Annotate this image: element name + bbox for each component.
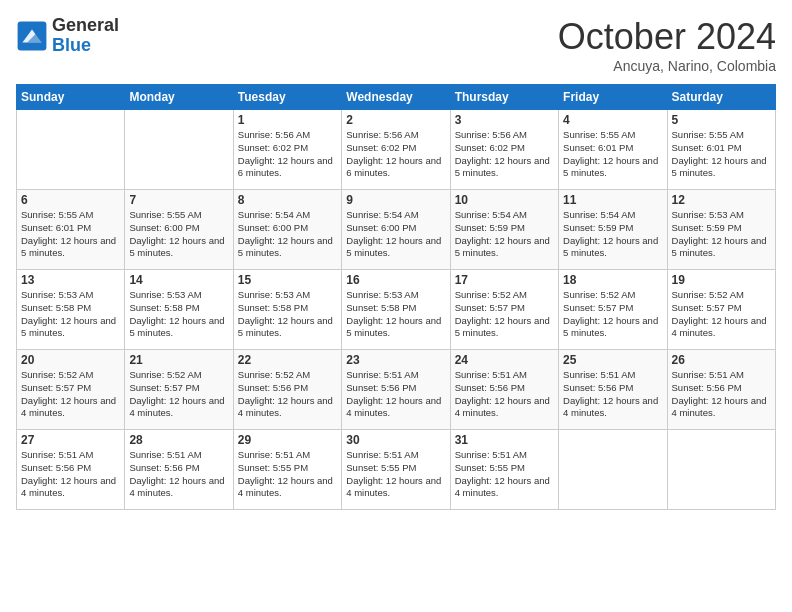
day-number: 31 bbox=[455, 433, 554, 447]
day-info: Sunrise: 5:56 AM Sunset: 6:02 PM Dayligh… bbox=[346, 129, 445, 180]
day-info: Sunrise: 5:56 AM Sunset: 6:02 PM Dayligh… bbox=[455, 129, 554, 180]
calendar-cell: 25Sunrise: 5:51 AM Sunset: 5:56 PM Dayli… bbox=[559, 350, 667, 430]
calendar-week-4: 20Sunrise: 5:52 AM Sunset: 5:57 PM Dayli… bbox=[17, 350, 776, 430]
calendar-cell: 30Sunrise: 5:51 AM Sunset: 5:55 PM Dayli… bbox=[342, 430, 450, 510]
calendar-cell: 15Sunrise: 5:53 AM Sunset: 5:58 PM Dayli… bbox=[233, 270, 341, 350]
day-number: 18 bbox=[563, 273, 662, 287]
weekday-header-friday: Friday bbox=[559, 85, 667, 110]
calendar-table: SundayMondayTuesdayWednesdayThursdayFrid… bbox=[16, 84, 776, 510]
month-title: October 2024 bbox=[558, 16, 776, 58]
day-number: 4 bbox=[563, 113, 662, 127]
weekday-header-sunday: Sunday bbox=[17, 85, 125, 110]
day-number: 12 bbox=[672, 193, 771, 207]
day-number: 29 bbox=[238, 433, 337, 447]
day-number: 17 bbox=[455, 273, 554, 287]
calendar-cell: 20Sunrise: 5:52 AM Sunset: 5:57 PM Dayli… bbox=[17, 350, 125, 430]
day-number: 8 bbox=[238, 193, 337, 207]
day-info: Sunrise: 5:53 AM Sunset: 5:58 PM Dayligh… bbox=[129, 289, 228, 340]
day-number: 14 bbox=[129, 273, 228, 287]
calendar-header: SundayMondayTuesdayWednesdayThursdayFrid… bbox=[17, 85, 776, 110]
day-number: 7 bbox=[129, 193, 228, 207]
calendar-cell: 27Sunrise: 5:51 AM Sunset: 5:56 PM Dayli… bbox=[17, 430, 125, 510]
day-info: Sunrise: 5:54 AM Sunset: 5:59 PM Dayligh… bbox=[563, 209, 662, 260]
calendar-week-5: 27Sunrise: 5:51 AM Sunset: 5:56 PM Dayli… bbox=[17, 430, 776, 510]
weekday-header-monday: Monday bbox=[125, 85, 233, 110]
calendar-cell: 3Sunrise: 5:56 AM Sunset: 6:02 PM Daylig… bbox=[450, 110, 558, 190]
calendar-cell: 28Sunrise: 5:51 AM Sunset: 5:56 PM Dayli… bbox=[125, 430, 233, 510]
day-info: Sunrise: 5:52 AM Sunset: 5:57 PM Dayligh… bbox=[672, 289, 771, 340]
calendar-cell: 7Sunrise: 5:55 AM Sunset: 6:00 PM Daylig… bbox=[125, 190, 233, 270]
calendar-cell: 2Sunrise: 5:56 AM Sunset: 6:02 PM Daylig… bbox=[342, 110, 450, 190]
day-number: 1 bbox=[238, 113, 337, 127]
calendar-cell: 14Sunrise: 5:53 AM Sunset: 5:58 PM Dayli… bbox=[125, 270, 233, 350]
calendar-cell: 12Sunrise: 5:53 AM Sunset: 5:59 PM Dayli… bbox=[667, 190, 775, 270]
day-info: Sunrise: 5:54 AM Sunset: 6:00 PM Dayligh… bbox=[238, 209, 337, 260]
calendar-cell: 19Sunrise: 5:52 AM Sunset: 5:57 PM Dayli… bbox=[667, 270, 775, 350]
day-info: Sunrise: 5:51 AM Sunset: 5:55 PM Dayligh… bbox=[455, 449, 554, 500]
day-info: Sunrise: 5:51 AM Sunset: 5:55 PM Dayligh… bbox=[238, 449, 337, 500]
day-info: Sunrise: 5:52 AM Sunset: 5:57 PM Dayligh… bbox=[129, 369, 228, 420]
calendar-cell: 4Sunrise: 5:55 AM Sunset: 6:01 PM Daylig… bbox=[559, 110, 667, 190]
day-number: 30 bbox=[346, 433, 445, 447]
calendar-cell: 18Sunrise: 5:52 AM Sunset: 5:57 PM Dayli… bbox=[559, 270, 667, 350]
calendar-cell bbox=[125, 110, 233, 190]
day-number: 27 bbox=[21, 433, 120, 447]
weekday-header-wednesday: Wednesday bbox=[342, 85, 450, 110]
day-info: Sunrise: 5:51 AM Sunset: 5:56 PM Dayligh… bbox=[672, 369, 771, 420]
title-block: October 2024 Ancuya, Narino, Colombia bbox=[558, 16, 776, 74]
calendar-cell bbox=[17, 110, 125, 190]
day-number: 20 bbox=[21, 353, 120, 367]
day-info: Sunrise: 5:55 AM Sunset: 6:00 PM Dayligh… bbox=[129, 209, 228, 260]
calendar-week-1: 1Sunrise: 5:56 AM Sunset: 6:02 PM Daylig… bbox=[17, 110, 776, 190]
day-info: Sunrise: 5:52 AM Sunset: 5:57 PM Dayligh… bbox=[563, 289, 662, 340]
day-number: 5 bbox=[672, 113, 771, 127]
day-number: 28 bbox=[129, 433, 228, 447]
calendar-cell bbox=[559, 430, 667, 510]
day-number: 25 bbox=[563, 353, 662, 367]
calendar-body: 1Sunrise: 5:56 AM Sunset: 6:02 PM Daylig… bbox=[17, 110, 776, 510]
day-number: 2 bbox=[346, 113, 445, 127]
calendar-cell: 22Sunrise: 5:52 AM Sunset: 5:56 PM Dayli… bbox=[233, 350, 341, 430]
page-header: General Blue October 2024 Ancuya, Narino… bbox=[16, 16, 776, 74]
day-info: Sunrise: 5:55 AM Sunset: 6:01 PM Dayligh… bbox=[672, 129, 771, 180]
day-info: Sunrise: 5:54 AM Sunset: 5:59 PM Dayligh… bbox=[455, 209, 554, 260]
day-number: 19 bbox=[672, 273, 771, 287]
weekday-header-saturday: Saturday bbox=[667, 85, 775, 110]
logo: General Blue bbox=[16, 16, 119, 56]
calendar-cell: 29Sunrise: 5:51 AM Sunset: 5:55 PM Dayli… bbox=[233, 430, 341, 510]
day-number: 6 bbox=[21, 193, 120, 207]
day-number: 21 bbox=[129, 353, 228, 367]
calendar-week-3: 13Sunrise: 5:53 AM Sunset: 5:58 PM Dayli… bbox=[17, 270, 776, 350]
day-number: 26 bbox=[672, 353, 771, 367]
day-info: Sunrise: 5:53 AM Sunset: 5:58 PM Dayligh… bbox=[21, 289, 120, 340]
calendar-cell: 1Sunrise: 5:56 AM Sunset: 6:02 PM Daylig… bbox=[233, 110, 341, 190]
day-number: 23 bbox=[346, 353, 445, 367]
calendar-cell: 17Sunrise: 5:52 AM Sunset: 5:57 PM Dayli… bbox=[450, 270, 558, 350]
day-info: Sunrise: 5:55 AM Sunset: 6:01 PM Dayligh… bbox=[21, 209, 120, 260]
day-info: Sunrise: 5:51 AM Sunset: 5:56 PM Dayligh… bbox=[455, 369, 554, 420]
day-number: 22 bbox=[238, 353, 337, 367]
day-number: 16 bbox=[346, 273, 445, 287]
calendar-cell: 10Sunrise: 5:54 AM Sunset: 5:59 PM Dayli… bbox=[450, 190, 558, 270]
calendar-cell: 6Sunrise: 5:55 AM Sunset: 6:01 PM Daylig… bbox=[17, 190, 125, 270]
calendar-cell: 5Sunrise: 5:55 AM Sunset: 6:01 PM Daylig… bbox=[667, 110, 775, 190]
calendar-week-2: 6Sunrise: 5:55 AM Sunset: 6:01 PM Daylig… bbox=[17, 190, 776, 270]
calendar-cell: 8Sunrise: 5:54 AM Sunset: 6:00 PM Daylig… bbox=[233, 190, 341, 270]
calendar-cell: 11Sunrise: 5:54 AM Sunset: 5:59 PM Dayli… bbox=[559, 190, 667, 270]
day-number: 24 bbox=[455, 353, 554, 367]
day-info: Sunrise: 5:53 AM Sunset: 5:58 PM Dayligh… bbox=[238, 289, 337, 340]
day-info: Sunrise: 5:56 AM Sunset: 6:02 PM Dayligh… bbox=[238, 129, 337, 180]
logo-line1: General bbox=[52, 16, 119, 36]
day-info: Sunrise: 5:54 AM Sunset: 6:00 PM Dayligh… bbox=[346, 209, 445, 260]
weekday-header-thursday: Thursday bbox=[450, 85, 558, 110]
calendar-cell: 16Sunrise: 5:53 AM Sunset: 5:58 PM Dayli… bbox=[342, 270, 450, 350]
day-number: 3 bbox=[455, 113, 554, 127]
day-info: Sunrise: 5:53 AM Sunset: 5:59 PM Dayligh… bbox=[672, 209, 771, 260]
logo-icon bbox=[16, 20, 48, 52]
calendar-cell: 24Sunrise: 5:51 AM Sunset: 5:56 PM Dayli… bbox=[450, 350, 558, 430]
day-info: Sunrise: 5:51 AM Sunset: 5:55 PM Dayligh… bbox=[346, 449, 445, 500]
location-subtitle: Ancuya, Narino, Colombia bbox=[558, 58, 776, 74]
calendar-cell: 13Sunrise: 5:53 AM Sunset: 5:58 PM Dayli… bbox=[17, 270, 125, 350]
day-number: 11 bbox=[563, 193, 662, 207]
day-info: Sunrise: 5:51 AM Sunset: 5:56 PM Dayligh… bbox=[346, 369, 445, 420]
